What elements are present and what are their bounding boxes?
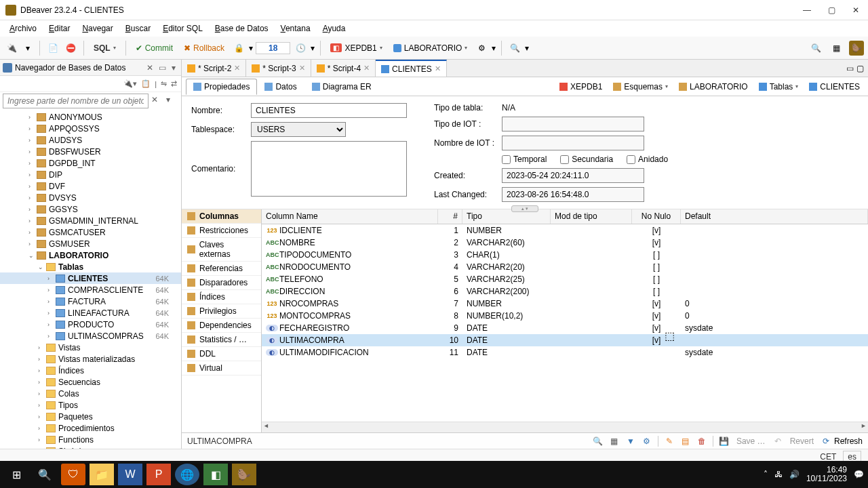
- column-row-NOMBRE[interactable]: ABCNOMBRE2VARCHAR2(60)[v]: [262, 237, 868, 249]
- footer-delete-icon[interactable]: 🗑: [695, 434, 709, 448]
- schema-laboratorio[interactable]: ⌄LABORATORIO: [0, 249, 181, 261]
- footer-edit-icon[interactable]: ✎: [663, 434, 676, 448]
- table-PRODUCTO[interactable]: ›PRODUCTO64K: [0, 319, 181, 330]
- menu-ayuda[interactable]: Ayuda: [317, 22, 351, 35]
- category-Columnas[interactable]: Columnas: [182, 209, 261, 224]
- perspective-icon[interactable]: ▦: [829, 41, 844, 56]
- breadcrumb-LABORATORIO[interactable]: LABORATORIO: [675, 81, 752, 93]
- column-row-TELEFONO[interactable]: ABCTELEFONO5VARCHAR2(25)[ ]: [262, 273, 868, 285]
- column-row-NROCOMPRAS[interactable]: 123NROCOMPRAS7NUMBER[v]0: [262, 298, 868, 310]
- folder-Vistas materializadas[interactable]: ›Vistas materializadas: [0, 353, 181, 365]
- horizontal-scrollbar[interactable]: [262, 422, 868, 432]
- schema-ANONYMOUS[interactable]: ›ANONYMOUS: [0, 111, 181, 123]
- nav-collapse-icon[interactable]: ⇋: [161, 79, 167, 88]
- tx-mode-icon[interactable]: 🔒: [231, 41, 246, 56]
- col-header-default[interactable]: Default: [681, 209, 868, 224]
- taskbar-app-7[interactable]: 🦫: [232, 464, 256, 485]
- schema-DVSYS[interactable]: ›DVSYS: [0, 192, 181, 203]
- schema-DBSFWUSER[interactable]: ›DBSFWUSER: [0, 146, 181, 157]
- columns-body[interactable]: 123IDCLIENTE1NUMBER[v]ABCNOMBRE2VARCHAR2…: [262, 224, 868, 422]
- commit-button[interactable]: ✔ Commit: [132, 42, 177, 54]
- breadcrumb-CLIENTES[interactable]: CLIENTES: [805, 81, 864, 93]
- breadcrumb-Esquemas[interactable]: Esquemas▾: [609, 81, 672, 93]
- tray-chevron-icon[interactable]: ˄: [764, 470, 768, 479]
- column-row-ULTIMACOMPRA[interactable]: ◐ULTIMACOMPRA10DATE[v]: [262, 334, 868, 346]
- folder-Vistas[interactable]: ›Vistas: [0, 342, 181, 353]
- table-ULTIMASCOMPRAS[interactable]: ›ULTIMASCOMPRAS64K: [0, 330, 181, 342]
- category-Claves externas[interactable]: Claves externas: [182, 238, 261, 262]
- start-button[interactable]: ⊞: [4, 464, 28, 485]
- schema-GSMCATUSER[interactable]: ›GSMCATUSER: [0, 226, 181, 238]
- menu-editor sql[interactable]: Editor SQL: [157, 22, 208, 35]
- folder-Colas[interactable]: ›Colas: [0, 388, 181, 399]
- secundaria-check[interactable]: [560, 155, 569, 164]
- category-Statistics / …[interactable]: Statistics / …: [182, 333, 261, 347]
- column-row-FECHAREGISTRO[interactable]: ◐FECHAREGISTRO9DATE[v]sysdate: [262, 322, 868, 334]
- nav-paste-icon[interactable]: 📋: [141, 79, 151, 88]
- folder-Functions[interactable]: ›Functions: [0, 434, 181, 445]
- footer-search-icon[interactable]: 🔍: [591, 434, 605, 448]
- category-DDL[interactable]: DDL: [182, 347, 261, 361]
- minimize-button[interactable]: —: [800, 5, 814, 15]
- menu-editar[interactable]: Editar: [43, 22, 75, 35]
- nav-add-icon[interactable]: 🔌▾: [123, 79, 137, 88]
- menu-base de datos[interactable]: Base de Datos: [210, 22, 274, 35]
- rollback-button[interactable]: ✖ Rollback: [180, 42, 229, 54]
- tab-datos[interactable]: Datos: [257, 79, 304, 95]
- tipo-iot-input[interactable]: [502, 117, 644, 131]
- folder-Procedimientos[interactable]: ›Procedimientos: [0, 422, 181, 434]
- new-sql-icon[interactable]: 📄: [45, 41, 60, 56]
- schema-GSMADMIN_INTERNAL[interactable]: ›GSMADMIN_INTERNAL: [0, 215, 181, 226]
- temporal-check[interactable]: [502, 155, 511, 164]
- category-Restricciones[interactable]: Restricciones: [182, 224, 261, 238]
- col-header-name[interactable]: Column Name: [262, 209, 438, 224]
- taskbar-app-4[interactable]: P: [146, 464, 171, 485]
- sql-button[interactable]: SQL▾: [90, 42, 120, 54]
- schema-DVF[interactable]: ›DVF: [0, 180, 181, 192]
- menu-navegar[interactable]: Navegar: [77, 22, 118, 35]
- editor-tab[interactable]: * Script-4✕: [311, 60, 376, 77]
- menu-ventana[interactable]: Ventana: [275, 22, 316, 35]
- tx-count[interactable]: 18: [256, 42, 290, 54]
- schema-APPQOSSYS[interactable]: ›APPQOSSYS: [0, 123, 181, 134]
- breadcrumb-XEPDB1[interactable]: XEPDB1: [555, 81, 606, 93]
- folder-Sinónimos[interactable]: ›Sinónimos: [0, 445, 181, 449]
- tablespace-select[interactable]: USERS: [251, 122, 346, 137]
- column-row-IDCLIENTE[interactable]: 123IDCLIENTE1NUMBER[v]: [262, 224, 868, 237]
- close-button[interactable]: ✕: [849, 5, 863, 15]
- table-CLIENTES[interactable]: ›CLIENTES64K: [0, 272, 181, 284]
- editor-min-icon[interactable]: ▭: [846, 64, 854, 73]
- schema-selector[interactable]: LABORATORIO ▾: [389, 42, 472, 54]
- settings-icon[interactable]: ⚙: [474, 41, 489, 56]
- new-connection-dropdown[interactable]: ▾: [22, 42, 34, 54]
- editor-tab[interactable]: * Script-2✕: [182, 60, 246, 77]
- filter-clear-icon[interactable]: ✕: [151, 95, 163, 107]
- taskbar-app-1[interactable]: 🛡: [61, 464, 85, 485]
- navigator-tree[interactable]: ›ANONYMOUS›APPQOSSYS›AUDSYS›DBSFWUSER›DG…: [0, 110, 181, 449]
- maximize-button[interactable]: ▢: [825, 5, 838, 15]
- taskbar-app-3[interactable]: W: [118, 464, 142, 485]
- filter-menu-icon[interactable]: ▾: [166, 95, 178, 107]
- folder-Paquetes[interactable]: ›Paquetes: [0, 411, 181, 422]
- category-Dependencies[interactable]: Dependencies: [182, 319, 261, 333]
- nombre-input[interactable]: [251, 103, 407, 118]
- footer-add-icon[interactable]: ▤: [679, 434, 692, 448]
- col-header-nonulo[interactable]: No Nulo: [632, 209, 681, 224]
- taskbar-clock[interactable]: 16:4910/11/2023: [806, 466, 847, 483]
- taskbar-app-6[interactable]: ◧: [203, 464, 228, 485]
- table-LINEAFACTURA[interactable]: ›LINEAFACTURA64K: [0, 307, 181, 319]
- nav-link-icon[interactable]: ⇄: [171, 79, 177, 88]
- folder-Índices[interactable]: ›Índices: [0, 365, 181, 376]
- table-COMPRASCLIENTE[interactable]: ›COMPRASCLIENTE64K: [0, 284, 181, 296]
- tray-network-icon[interactable]: 🖧: [774, 470, 783, 479]
- column-row-NRODOCUMENTO[interactable]: ABCNRODOCUMENTO4VARCHAR2(20)[ ]: [262, 261, 868, 273]
- navigator-close-icon[interactable]: ✕: [146, 63, 153, 73]
- navigator-filter-input[interactable]: [3, 94, 149, 108]
- category-Privilegios[interactable]: Privilegios: [182, 304, 261, 319]
- tab-close-icon[interactable]: ✕: [363, 64, 370, 73]
- nombre-iot-input[interactable]: [502, 136, 644, 150]
- schema-AUDSYS[interactable]: ›AUDSYS: [0, 134, 181, 146]
- editor-tab[interactable]: * Script-3✕: [246, 60, 311, 77]
- navigator-menu-icon[interactable]: ▾: [172, 63, 176, 73]
- tab-close-icon[interactable]: ✕: [435, 64, 441, 73]
